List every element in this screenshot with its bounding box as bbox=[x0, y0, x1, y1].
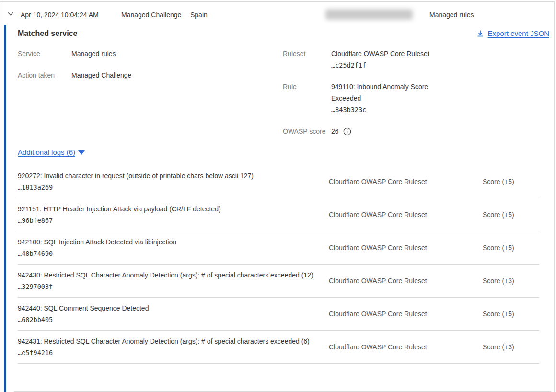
log-ruleset: Cloudflare OWASP Core Ruleset bbox=[329, 178, 483, 185]
log-rule-id: …3297003f bbox=[18, 281, 314, 292]
field-value: 949110: Inbound Anomaly Score Exceeded …… bbox=[331, 81, 445, 115]
event-timestamp: Apr 10, 2024 10:04:24 AM bbox=[21, 11, 99, 19]
log-row: 942100: SQL Injection Attack Detected vi… bbox=[18, 231, 539, 265]
log-rule-id: …e5f94216 bbox=[18, 347, 314, 358]
log-ruleset: Cloudflare OWASP Core Ruleset bbox=[329, 277, 483, 285]
additional-logs-table: 920272: Invalid character in request (ou… bbox=[18, 165, 539, 364]
triangle-down-icon bbox=[78, 150, 85, 155]
log-row: 942431: Restricted SQL Character Anomaly… bbox=[18, 331, 539, 364]
log-ruleset: Cloudflare OWASP Core Ruleset bbox=[329, 211, 483, 219]
chevron-down-icon[interactable] bbox=[7, 10, 14, 18]
field-label: Service bbox=[18, 48, 71, 59]
event-summary-row[interactable]: Apr 10, 2024 10:04:24 AM Managed Challen… bbox=[0, 2, 554, 25]
detail-fields-left: Service Managed rules Action taken Manag… bbox=[18, 48, 219, 91]
event-action: Managed Challenge bbox=[121, 11, 181, 19]
section-bottom-divider bbox=[14, 391, 551, 392]
export-event-json-link[interactable]: Export event JSON bbox=[476, 29, 549, 37]
log-score: Score (+5) bbox=[483, 310, 539, 318]
log-row: 920272: Invalid character in request (ou… bbox=[18, 165, 539, 198]
expanded-row-accent-bar bbox=[4, 25, 6, 392]
log-description: 942430: Restricted SQL Character Anomaly… bbox=[18, 269, 314, 281]
log-description: 942100: SQL Injection Attack Detected vi… bbox=[18, 236, 314, 248]
log-rule-id: …682bb405 bbox=[18, 314, 314, 325]
log-description: 942440: SQL Comment Sequence Detected bbox=[18, 302, 314, 314]
field-value: Cloudflare OWASP Core Ruleset …c25d2f1f bbox=[331, 48, 445, 71]
owasp-score-value: 26 bbox=[331, 126, 339, 137]
field-rule: Rule 949110: Inbound Anomaly Score Excee… bbox=[283, 81, 455, 115]
field-owasp-score: OWASP score 26 bbox=[283, 126, 455, 137]
download-icon bbox=[476, 30, 484, 37]
detail-fields-right: Ruleset Cloudflare OWASP Core Ruleset …c… bbox=[283, 48, 455, 147]
log-ruleset: Cloudflare OWASP Core Ruleset bbox=[329, 244, 483, 252]
field-value: 26 bbox=[331, 126, 445, 137]
log-score: Score (+5) bbox=[483, 178, 539, 185]
firewall-event-expanded-row: Apr 10, 2024 10:04:24 AM Managed Challen… bbox=[0, 1, 555, 392]
log-description: 942431: Restricted SQL Character Anomaly… bbox=[18, 335, 314, 347]
rule-id: …843b323c bbox=[331, 104, 445, 115]
event-service: Managed rules bbox=[429, 11, 474, 19]
field-label: Action taken bbox=[18, 69, 71, 81]
log-description: 921151: HTTP Header Injection Attack via… bbox=[18, 203, 314, 215]
field-value: Managed Challenge bbox=[71, 69, 185, 81]
log-ruleset: Cloudflare OWASP Core Ruleset bbox=[329, 310, 483, 318]
panel-title: Matched service bbox=[18, 29, 78, 38]
field-label: Rule bbox=[283, 81, 331, 115]
field-ruleset: Ruleset Cloudflare OWASP Core Ruleset …c… bbox=[283, 48, 455, 71]
event-country: Spain bbox=[190, 11, 208, 19]
field-action-taken: Action taken Managed Challenge bbox=[18, 69, 219, 81]
ruleset-name: Cloudflare OWASP Core Ruleset bbox=[331, 48, 445, 59]
log-ruleset: Cloudflare OWASP Core Ruleset bbox=[329, 343, 483, 351]
log-row: 942440: SQL Comment Sequence Detected …6… bbox=[18, 298, 539, 331]
log-score: Score (+5) bbox=[483, 244, 539, 252]
field-label: OWASP score bbox=[283, 126, 331, 137]
info-icon[interactable] bbox=[343, 127, 351, 136]
log-score: Score (+5) bbox=[483, 211, 539, 219]
log-row: 921151: HTTP Header Injection Attack via… bbox=[18, 198, 539, 231]
log-rule-id: …1813a269 bbox=[18, 182, 314, 193]
additional-logs-toggle[interactable]: Additional logs (6) bbox=[18, 148, 85, 156]
field-service: Service Managed rules bbox=[18, 48, 219, 59]
log-row: 942430: Restricted SQL Character Anomaly… bbox=[18, 265, 539, 298]
log-score: Score (+3) bbox=[483, 277, 539, 285]
field-value: Managed rules bbox=[71, 48, 185, 59]
log-description: 920272: Invalid character in request (ou… bbox=[18, 170, 314, 182]
export-event-json-label: Export event JSON bbox=[488, 29, 549, 37]
ruleset-id: …c25d2f1f bbox=[331, 59, 445, 71]
redacted-value bbox=[325, 9, 413, 20]
additional-logs-label: Additional logs (6) bbox=[18, 148, 75, 156]
log-rule-id: …48b74690 bbox=[18, 248, 314, 259]
rule-name: 949110: Inbound Anomaly Score Exceeded bbox=[331, 81, 445, 104]
field-label: Ruleset bbox=[283, 48, 331, 71]
log-rule-id: …96bfe867 bbox=[18, 215, 314, 226]
log-score: Score (+3) bbox=[483, 343, 539, 351]
